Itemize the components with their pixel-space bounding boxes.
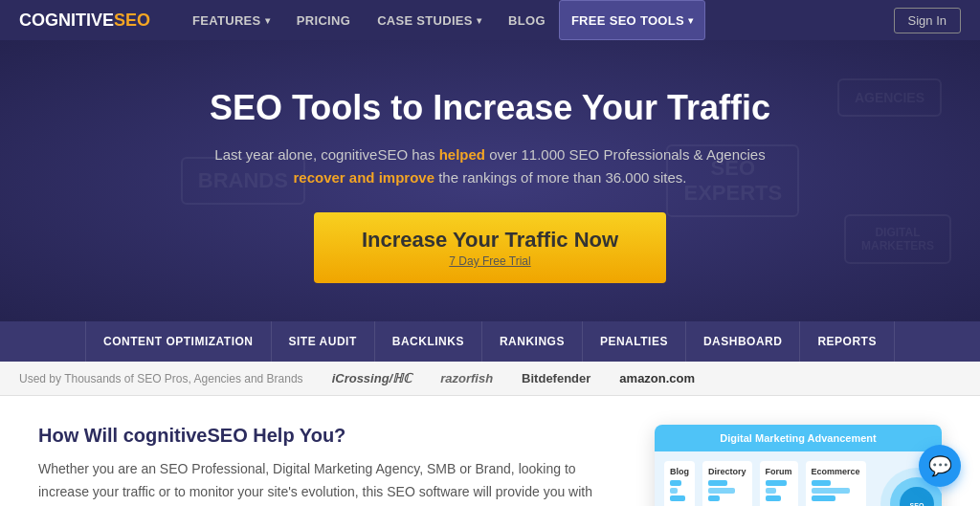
nav-pricing[interactable]: PRICING [283, 0, 364, 40]
bar-1 [670, 480, 681, 486]
nav-case-studies[interactable]: CASE STUDIES ▾ [364, 0, 495, 40]
hero-highlight-recover: recover and improve [293, 169, 434, 186]
brand-icrossing: iCrossing/ℍℂ [332, 371, 412, 385]
logo-cognitive: COGNITIVE [19, 11, 114, 30]
tab-penalties[interactable]: PENALTIES [583, 321, 686, 362]
dashboard-mockup: Digital Marketing Advancement Blog Direc… [655, 425, 942, 506]
dash-col-forum: Forum [760, 461, 798, 506]
bar-6 [708, 495, 720, 501]
logo-seo: SEO [114, 11, 150, 30]
cta-button[interactable]: Increase Your Traffic Now 7 Day Free Tri… [314, 212, 666, 283]
bar-11 [812, 488, 851, 494]
tab-site-audit[interactable]: SITE AUDIT [272, 321, 375, 362]
hero-cta-container: Increase Your Traffic Now 7 Day Free Tri… [314, 212, 666, 283]
tab-reports[interactable]: REPORTS [800, 321, 895, 362]
nav-blog[interactable]: BLOG [495, 0, 559, 40]
bar-4 [708, 480, 727, 486]
main-heading: How Will cognitiveSEO Help You? [38, 425, 616, 447]
site-logo[interactable]: COGNITIVESEO [19, 11, 150, 31]
brand-bitdefender: Bitdefender [522, 371, 590, 385]
signin-button[interactable]: Sign In [894, 8, 961, 33]
hero-bg-digital-marketers: DIGITALMARKETERS [844, 214, 951, 264]
brand-amazon: amazon.com [619, 371, 695, 385]
hero-section: BRANDS SEOEXPERTS AGENCIES DIGITALMARKET… [0, 40, 980, 321]
brands-label: Used by Thousands of SEO Pros, Agencies … [19, 372, 303, 385]
tab-backlinks[interactable]: BACKLINKS [375, 321, 482, 362]
cta-main-text: Increase Your Traffic Now [362, 228, 618, 253]
bar-9 [766, 495, 782, 501]
nav-features[interactable]: FEATURES ▾ [179, 0, 283, 40]
bar-3 [670, 495, 685, 501]
hero-highlight-helped: helped [439, 146, 485, 163]
svg-text:SEO: SEO [909, 502, 924, 506]
brand-razorfish: razorfish [440, 371, 493, 385]
tab-rankings[interactable]: RANKINGS [482, 321, 583, 362]
main-body: Whether you are an SEO Professional, Dig… [38, 458, 616, 506]
bar-8 [766, 488, 776, 494]
chevron-down-icon: ▾ [265, 15, 270, 26]
bar-10 [812, 480, 831, 486]
content-left: How Will cognitiveSEO Help You? Whether … [38, 425, 616, 506]
dash-col-directory: Directory [702, 461, 752, 506]
dashboard-widget: Digital Marketing Advancement Blog Direc… [655, 425, 942, 506]
chevron-down-icon: ▾ [688, 15, 693, 26]
chevron-down-icon: ▾ [477, 15, 481, 26]
navbar: COGNITIVESEO FEATURES ▾ PRICING CASE STU… [0, 0, 980, 40]
dashboard-body: Blog Directory Forum [655, 451, 942, 506]
dash-col-blog: Blog [664, 461, 695, 506]
nav-free-seo-tools[interactable]: FREE SEO TOOLS ▾ [559, 0, 705, 40]
nav-links: FEATURES ▾ PRICING CASE STUDIES ▾ BLOG F… [179, 0, 893, 40]
bar-2 [670, 488, 678, 494]
hero-heading: SEO Tools to Increase Your Traffic [19, 88, 961, 128]
dash-col-ecommerce: Ecommerce [806, 461, 866, 506]
tab-dashboard[interactable]: DASHBOARD [686, 321, 801, 362]
dashboard-header: Digital Marketing Advancement [655, 425, 942, 451]
bar-5 [708, 488, 735, 494]
bar-12 [812, 495, 836, 501]
chat-widget[interactable]: 💬 [919, 445, 961, 487]
cta-sub-text: 7 Day Free Trial [362, 254, 618, 268]
hero-subtitle: Last year alone, cognitiveSEO has helped… [203, 143, 777, 189]
chat-icon: 💬 [928, 454, 952, 477]
bar-7 [766, 480, 787, 486]
feature-tabs-bar: CONTENT OPTIMIZATION SITE AUDIT BACKLINK… [0, 321, 980, 362]
main-content: How Will cognitiveSEO Help You? Whether … [0, 396, 980, 506]
brands-bar: Used by Thousands of SEO Pros, Agencies … [0, 362, 980, 396]
tab-content-optimization[interactable]: CONTENT OPTIMIZATION [85, 321, 271, 362]
